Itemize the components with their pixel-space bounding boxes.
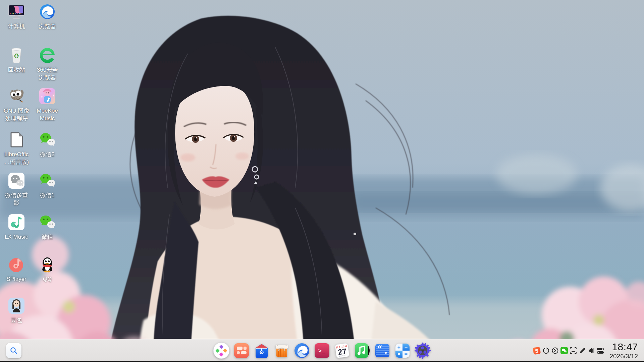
app-store-icon [273, 342, 290, 359]
text-editor-button[interactable]: “ ” [374, 342, 391, 359]
dock-browser-icon [293, 342, 310, 359]
volume-tray[interactable] [587, 346, 596, 355]
desktop-icon-wechat-2[interactable]: 微信2 [26, 131, 68, 158]
gimp-icon [8, 87, 25, 105]
screenshot-icon [569, 347, 577, 355]
launcher-icon [213, 342, 230, 359]
desktop-icon-label: LibreOffic …语言版) [4, 150, 29, 166]
screenshot-tray[interactable] [569, 346, 578, 355]
calculator-button[interactable]: + − × = [394, 342, 411, 359]
dock-browser-button[interactable] [293, 342, 310, 359]
taskbar: >_ MARCH 27 MONDAY [0, 339, 644, 362]
search-button[interactable] [6, 343, 21, 358]
file-manager-button[interactable] [253, 342, 270, 359]
launcher-button[interactable] [213, 342, 230, 359]
svg-text:=: = [405, 351, 408, 357]
terminal-icon: >_ [314, 342, 330, 359]
desktop-icon-label: 微信2 [40, 150, 54, 158]
recycle-bin-icon: ♻ [8, 47, 25, 64]
control-center-button[interactable] [414, 342, 431, 359]
desktop-icon-label: QQ [43, 275, 52, 283]
browser-icon [39, 3, 56, 20]
clock[interactable]: 18:47 2026/3/12 [609, 342, 638, 359]
power-tray[interactable] [541, 346, 550, 355]
screen-pen-tray[interactable] [578, 346, 587, 355]
desktop-icon-label: 微信 [42, 233, 53, 241]
pen-icon [579, 347, 586, 354]
desktop-icon-browser[interactable]: 浏览器 [26, 3, 68, 30]
text-editor-icon: “ ” [374, 342, 391, 359]
360-browser-icon [39, 47, 56, 64]
moekoe-music-icon [39, 87, 56, 105]
control-center-icon [414, 342, 431, 359]
desktop-icon-label: 浏览器 [39, 22, 56, 30]
desktop-icon-label: 豆包 [11, 316, 22, 324]
volume-icon [587, 347, 595, 355]
desktop-icon-label: 微信多重 影 [5, 191, 28, 207]
multitasking-view-button[interactable] [233, 342, 250, 359]
clock-date: 2026/3/12 [609, 353, 638, 360]
desktop-icon-label: LX Music [5, 233, 28, 241]
wallpaper-image [0, 0, 644, 362]
terminal-button[interactable]: >_ [314, 342, 330, 359]
svg-text:×: × [397, 351, 400, 357]
toggles-tray[interactable] [596, 346, 605, 355]
qq-icon [39, 256, 56, 273]
desktop-icon-doubao[interactable]: 豆包 [0, 297, 37, 324]
svg-text:”: ” [385, 351, 388, 357]
desktop-icon-label: 微信1 [40, 191, 54, 199]
wechat-tray[interactable] [559, 346, 569, 355]
dock: >_ MARCH 27 MONDAY [213, 342, 431, 359]
music-button[interactable] [354, 342, 371, 359]
lx-music-icon [8, 214, 25, 231]
calendar-icon: MARCH 27 MONDAY [334, 342, 351, 359]
app-store-button[interactable] [273, 342, 290, 359]
wechat-tray-icon [560, 347, 568, 354]
wechat-icon [39, 131, 56, 148]
chevron-right-circle-icon [551, 347, 559, 354]
wechat-icon [39, 172, 56, 189]
wechat-multi-icon [8, 172, 25, 189]
desktop-icon-360-browser[interactable]: 360安全 浏览器 [26, 47, 68, 82]
desktop: 计算机 ♻ 回收站 GNU 图像 处理程序 [0, 0, 644, 362]
toggle-switches-icon [596, 346, 605, 355]
desktop-icon-label: 回收站 [8, 66, 25, 74]
system-tray: S [532, 339, 638, 362]
file-manager-icon [253, 342, 270, 359]
svg-text:+: + [397, 344, 400, 350]
desktop-icon-wechat[interactable]: 微信 [26, 214, 68, 241]
computer-icon [8, 3, 25, 20]
splayer-icon [8, 256, 25, 273]
wechat-icon [39, 214, 56, 231]
desktop-icon-label: 360安全 浏览器 [37, 66, 58, 82]
libreoffice-icon [8, 131, 25, 148]
svg-text:>_: >_ [318, 348, 326, 354]
svg-text:−: − [405, 344, 408, 350]
clock-time: 18:47 [609, 342, 638, 352]
power-icon [542, 347, 550, 354]
search-icon [9, 346, 18, 355]
desktop-icon-qq[interactable]: QQ [26, 256, 68, 283]
recycle-glyph: ♻ [13, 52, 19, 59]
calendar-button[interactable]: MARCH 27 MONDAY [334, 342, 351, 359]
desktop-icon-moekoe-music[interactable]: MoeKoe Music [26, 87, 68, 123]
calculator-icon: + − × = [394, 342, 411, 359]
multitasking-icon [233, 342, 250, 359]
desktop-icon-label: GNU 图像 处理程序 [4, 107, 30, 123]
tray-expand[interactable] [550, 346, 559, 355]
music-icon [354, 342, 371, 359]
desktop-icon-label: SPlayer [6, 275, 26, 283]
sogou-input-icon: S [533, 347, 541, 354]
sogou-input-tray[interactable]: S [532, 346, 541, 355]
desktop-icon-wechat-1[interactable]: 微信1 [26, 172, 68, 199]
desktop-icon-label: 计算机 [8, 22, 25, 30]
desktop-icon-label: MoeKoe Music [37, 107, 58, 123]
doubao-icon [8, 297, 25, 314]
svg-text:“: “ [378, 343, 382, 353]
